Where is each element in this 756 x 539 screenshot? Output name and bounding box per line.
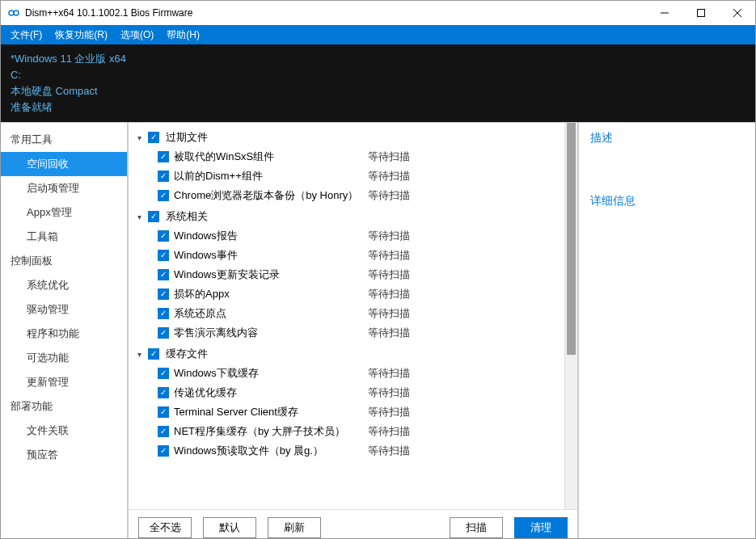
item-status: 等待扫描: [368, 366, 449, 381]
item-checkbox[interactable]: [158, 308, 169, 319]
item-status: 等待扫描: [368, 188, 449, 203]
nav-group: 常用工具: [1, 128, 127, 152]
group-checkbox[interactable]: [148, 348, 159, 360]
item-label: 传递优化缓存: [174, 385, 368, 400]
item-label: Chrome浏览器老版本备份（by Honry）: [174, 188, 368, 203]
right-panel: 描述 详细信息: [577, 123, 755, 539]
nav-item[interactable]: 程序和功能: [1, 322, 127, 346]
tree-item[interactable]: Windows下载缓存等待扫描: [133, 364, 564, 383]
group-label: 缓存文件: [166, 347, 208, 361]
nav-group: 控制面板: [1, 249, 127, 273]
nav-item[interactable]: 工具箱: [1, 225, 127, 249]
item-checkbox[interactable]: [158, 250, 169, 261]
menu-item-1[interactable]: 恢复功能(R): [49, 25, 114, 44]
close-button[interactable]: [719, 1, 755, 25]
deselect-all-button[interactable]: 全不选: [138, 517, 192, 538]
nav-item[interactable]: 更新管理: [1, 370, 127, 394]
minimize-button[interactable]: [646, 1, 682, 25]
item-checkbox[interactable]: [158, 190, 169, 201]
main-area: 常用工具空间回收启动项管理Appx管理工具箱控制面板系统优化驱动管理程序和功能可…: [1, 122, 755, 539]
item-checkbox[interactable]: [158, 368, 169, 379]
tree-item[interactable]: Windows事件等待扫描: [133, 246, 564, 265]
sidebar: 常用工具空间回收启动项管理Appx管理工具箱控制面板系统优化驱动管理程序和功能可…: [1, 123, 129, 539]
tree-item[interactable]: 系统还原点等待扫描: [133, 304, 564, 323]
nav-item[interactable]: 系统优化: [1, 273, 127, 297]
nav-item[interactable]: 文件关联: [1, 419, 127, 443]
item-label: Windows下载缓存: [174, 366, 368, 381]
nav-item[interactable]: 空间回收: [1, 152, 127, 176]
tree-item[interactable]: Windows更新安装记录等待扫描: [133, 265, 564, 284]
nav-item[interactable]: 可选功能: [1, 346, 127, 370]
tree-item[interactable]: 以前的Dism++组件等待扫描: [133, 166, 564, 186]
menu-item-0[interactable]: 文件(F): [4, 25, 49, 44]
window-controls: [646, 1, 755, 25]
svg-point-1: [14, 11, 19, 15]
item-checkbox[interactable]: [158, 327, 169, 339]
item-label: Terminal Server Client缓存: [174, 405, 368, 419]
item-status: 等待扫描: [368, 424, 449, 439]
item-checkbox[interactable]: [158, 230, 169, 242]
clean-button[interactable]: 清理: [514, 517, 568, 538]
tree-item[interactable]: Terminal Server Client缓存等待扫描: [133, 402, 564, 422]
tree-item[interactable]: 零售演示离线内容等待扫描: [133, 323, 564, 343]
refresh-button[interactable]: 刷新: [268, 517, 321, 538]
group-checkbox[interactable]: [148, 132, 159, 143]
item-checkbox[interactable]: [158, 151, 169, 162]
scrollbar-thumb[interactable]: [567, 123, 576, 355]
os-info: *Windows 11 企业版 x64: [11, 51, 755, 67]
group-label: 过期文件: [166, 130, 208, 145]
titlebar: Dism++x64 10.1.1002.1 Bios Firmware: [1, 1, 755, 25]
window-title: Dism++x64 10.1.1002.1 Bios Firmware: [25, 7, 646, 19]
collapse-icon[interactable]: ▾: [133, 213, 145, 221]
default-button[interactable]: 默认: [203, 517, 256, 538]
item-checkbox[interactable]: [158, 269, 169, 280]
nav-item[interactable]: Appx管理: [1, 200, 127, 225]
item-checkbox[interactable]: [158, 445, 169, 457]
tree-group-header[interactable]: ▾系统相关: [133, 207, 564, 226]
disk-info: 本地硬盘 Compact: [11, 83, 755, 99]
description-header: 描述: [590, 131, 744, 145]
item-status: 等待扫描: [368, 267, 449, 282]
item-status: 等待扫描: [368, 149, 449, 164]
maximize-button[interactable]: [682, 1, 719, 25]
item-checkbox[interactable]: [158, 406, 169, 418]
item-checkbox[interactable]: [158, 426, 169, 437]
nav-item[interactable]: 启动项管理: [1, 176, 127, 200]
tree-item[interactable]: Windows预读取文件（by 晨g.）等待扫描: [133, 441, 564, 461]
item-status: 等待扫描: [368, 326, 449, 340]
menu-item-2[interactable]: 选项(O): [114, 25, 160, 44]
group-checkbox[interactable]: [148, 211, 159, 222]
menu-item-3[interactable]: 帮助(H): [160, 25, 206, 44]
drive-info: C:: [11, 67, 755, 83]
tree-item[interactable]: NET程序集缓存（by 大胖子技术员）等待扫描: [133, 422, 564, 441]
item-checkbox[interactable]: [158, 288, 169, 300]
item-status: 等待扫描: [368, 287, 449, 301]
details-header: 详细信息: [590, 194, 744, 208]
tree-item[interactable]: 传递优化缓存等待扫描: [133, 383, 564, 402]
item-status: 等待扫描: [368, 248, 449, 263]
item-label: 被取代的WinSxS组件: [174, 149, 368, 164]
tree-item[interactable]: Windows报告等待扫描: [133, 226, 564, 246]
scan-button[interactable]: 扫描: [450, 517, 503, 538]
item-status: 等待扫描: [368, 306, 449, 321]
item-status: 等待扫描: [368, 229, 449, 243]
nav-item[interactable]: 预应答: [1, 443, 127, 467]
app-icon: [7, 6, 20, 19]
tree-group-header[interactable]: ▾缓存文件: [133, 344, 564, 364]
item-checkbox[interactable]: [158, 171, 169, 182]
tree-group-header[interactable]: ▾过期文件: [133, 128, 564, 147]
tree-item[interactable]: 损坏的Appx等待扫描: [133, 284, 564, 304]
menubar: 文件(F)恢复功能(R)选项(O)帮助(H): [1, 25, 755, 44]
item-label: Windows事件: [174, 248, 368, 263]
nav-item[interactable]: 驱动管理: [1, 297, 127, 322]
collapse-icon[interactable]: ▾: [133, 350, 145, 359]
item-status: 等待扫描: [368, 385, 449, 400]
item-label: Windows报告: [174, 229, 368, 243]
tree-item[interactable]: Chrome浏览器老版本备份（by Honry）等待扫描: [133, 186, 564, 205]
item-label: 零售演示离线内容: [174, 326, 368, 340]
collapse-icon[interactable]: ▾: [133, 133, 145, 142]
scrollbar[interactable]: [564, 123, 577, 509]
item-checkbox[interactable]: [158, 387, 169, 398]
group-label: 系统相关: [166, 209, 208, 224]
tree-item[interactable]: 被取代的WinSxS组件等待扫描: [133, 147, 564, 166]
